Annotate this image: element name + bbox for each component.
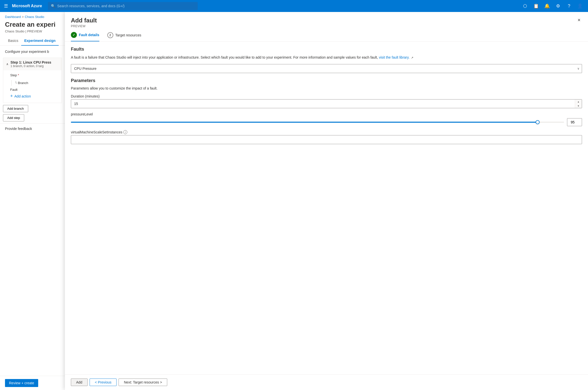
tree-indent: Branch xyxy=(11,80,58,86)
branch-label: Branch xyxy=(15,80,58,86)
panel-subtitle: PREVIEW xyxy=(71,24,582,28)
step-field-label: Step xyxy=(10,73,58,77)
page-title: Create an experi xyxy=(0,20,65,29)
step-title: Step 1: Linux CPU Press xyxy=(10,60,51,64)
breadcrumb-dashboard[interactable]: Dashboard xyxy=(5,15,21,19)
step-block: ∧ Step 1: Linux CPU Press 1 branch, 0 ac… xyxy=(3,58,62,103)
review-create-button[interactable]: Review + create xyxy=(5,379,38,387)
search-bar[interactable]: 🔍 xyxy=(48,2,198,10)
panel-title: Add fault xyxy=(71,17,582,24)
panel-footer: Add < Previous Next: Target resources > xyxy=(65,374,588,390)
settings-icon[interactable]: ⚙ xyxy=(554,2,562,10)
wizard-step-2-circle: 2 xyxy=(107,32,113,38)
pressure-section: pressureLevel xyxy=(71,112,582,126)
wizard-step-target-resources[interactable]: 2 Target resources xyxy=(107,32,141,41)
parameters-section: Parameters Parameters allow you to custo… xyxy=(71,78,582,144)
fault-label: Fault xyxy=(10,86,58,93)
wizard-step-1-label: Fault details xyxy=(79,33,99,37)
add-button[interactable]: Add xyxy=(71,379,88,386)
vmss-input[interactable] xyxy=(71,135,582,144)
configure-label: Configure your experiment b xyxy=(0,46,65,56)
breadcrumb-sep-1: > xyxy=(22,15,24,19)
panel-body: Faults A fault is a failure that Chaos S… xyxy=(65,42,588,374)
duration-decrement-button[interactable]: ▼ xyxy=(575,104,582,108)
slider-row xyxy=(71,118,582,126)
pressure-value-input[interactable] xyxy=(567,118,582,126)
step-body: Step Branch Fault + Add action xyxy=(3,70,62,103)
fault-library-link[interactable]: visit the fault library. xyxy=(379,55,410,59)
terminal-icon[interactable]: ⬡ xyxy=(521,2,529,10)
add-action-plus-icon: + xyxy=(10,94,13,99)
panel-header: Add fault PREVIEW × xyxy=(65,12,588,28)
add-step-button[interactable]: Add step xyxy=(3,114,24,121)
parameters-title: Parameters xyxy=(71,78,582,83)
next-button[interactable]: Next: Target resources > xyxy=(119,379,167,386)
search-input[interactable] xyxy=(57,4,195,8)
profile-icon[interactable]: 👤 xyxy=(576,2,584,10)
previous-button[interactable]: < Previous xyxy=(90,379,117,386)
hamburger-menu[interactable]: ☰ xyxy=(4,3,8,9)
external-link-icon: ↗ xyxy=(411,56,413,59)
tab-basics[interactable]: Basics xyxy=(5,36,21,46)
vmss-info-icon[interactable]: i xyxy=(123,130,127,134)
duration-input-wrapper: ▲ ▼ xyxy=(71,99,582,108)
parameters-description: Parameters allow you to customize the im… xyxy=(71,86,582,90)
duration-spinners: ▲ ▼ xyxy=(575,99,582,108)
wizard-steps: ✓ Fault details 2 Target resources xyxy=(65,28,588,42)
step-meta: 1 branch, 0 action, 0 targ xyxy=(10,64,51,68)
duration-increment-button[interactable]: ▲ xyxy=(575,99,582,104)
faults-description: A fault is a failure that Chaos Studio w… xyxy=(71,55,582,60)
tab-bar: Basics Experiment design xyxy=(0,36,65,46)
pressure-label: pressureLevel xyxy=(71,112,582,116)
fault-dropdown-wrapper: CPU Pressure Memory Pressure Network Lat… xyxy=(71,64,582,73)
search-icon: 🔍 xyxy=(51,4,55,8)
vmss-label: virtualMachineScaleSetInstances i xyxy=(71,130,582,134)
wizard-step-2-label: Target resources xyxy=(115,33,141,37)
step-header[interactable]: ∧ Step 1: Linux CPU Press 1 branch, 0 ac… xyxy=(3,58,62,70)
wizard-step-1-circle: ✓ xyxy=(71,32,77,38)
page-content: Dashboard > Chaos Studio Create an exper… xyxy=(0,12,65,390)
topbar: ☰ Microsoft Azure 🔍 ⬡ 📋 🔔 ⚙ ? 👤 xyxy=(0,0,588,12)
provide-feedback[interactable]: Provide feedback xyxy=(0,123,65,134)
add-branch-button[interactable]: Add branch xyxy=(3,105,28,112)
topbar-icons: ⬡ 📋 🔔 ⚙ ? 👤 xyxy=(521,2,584,10)
feedback-icon[interactable]: 📋 xyxy=(532,2,540,10)
add-action-button[interactable]: + Add action xyxy=(10,93,58,100)
add-fault-panel: Add fault PREVIEW × ✓ Fault details 2 Ta… xyxy=(65,12,588,390)
help-icon[interactable]: ? xyxy=(565,2,573,10)
azure-logo: Microsoft Azure xyxy=(12,4,42,8)
breadcrumb: Dashboard > Chaos Studio xyxy=(0,12,65,20)
breadcrumb-chaos-studio[interactable]: Chaos Studio xyxy=(25,15,44,19)
duration-label: Duration (minutes) xyxy=(71,94,582,98)
bottom-bar: Review + create xyxy=(0,376,65,390)
main-layout: Dashboard > Chaos Studio Create an exper… xyxy=(0,12,588,390)
add-action-label: Add action xyxy=(14,94,31,98)
notifications-icon[interactable]: 🔔 xyxy=(543,2,551,10)
close-button[interactable]: × xyxy=(575,16,583,24)
duration-input[interactable] xyxy=(71,99,582,108)
step-field-row: Step xyxy=(10,73,58,77)
fault-dropdown[interactable]: CPU Pressure Memory Pressure Network Lat… xyxy=(71,64,582,73)
page-subtitle: Chaos Studio | PREVIEW xyxy=(0,29,65,36)
faults-section-title: Faults xyxy=(71,47,582,52)
step-chevron-icon: ∧ xyxy=(6,62,8,66)
tab-experiment-design[interactable]: Experiment design xyxy=(21,36,58,46)
pressure-slider[interactable] xyxy=(71,122,564,123)
vmss-section: virtualMachineScaleSetInstances i xyxy=(71,130,582,144)
wizard-step-fault-details[interactable]: ✓ Fault details xyxy=(71,32,99,41)
